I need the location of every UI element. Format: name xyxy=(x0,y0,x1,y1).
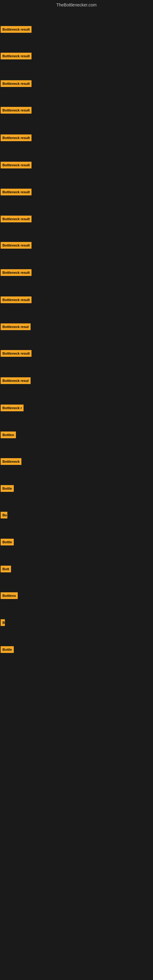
bottleneck-item: Bottleneck result xyxy=(1,26,32,33)
bottleneck-badge[interactable]: Bottleneck result xyxy=(1,350,32,357)
bottleneck-item: Bottleneck result xyxy=(1,216,32,222)
bottleneck-item: Bo xyxy=(1,512,7,519)
bottleneck-item: Bottle xyxy=(1,539,14,546)
bottleneck-item: Bottleneck result xyxy=(1,242,32,249)
bottleneck-item: Bott xyxy=(1,566,11,573)
bottleneck-badge[interactable]: Bottlen xyxy=(1,431,16,438)
bottleneck-badge[interactable]: Bottle xyxy=(1,539,14,546)
bottleneck-badge[interactable]: Bottleneck result xyxy=(1,296,32,303)
items-container: Bottleneck resultBottleneck resultBottle… xyxy=(0,9,153,980)
bottleneck-item: Bottlens xyxy=(1,592,18,599)
bottleneck-item: Bottleneck result xyxy=(1,296,32,303)
bottleneck-item: Bottleneck result xyxy=(1,350,32,357)
bottleneck-item: Bottleneck result xyxy=(1,269,32,276)
bottleneck-badge[interactable]: Bottleneck result xyxy=(1,52,32,59)
bottleneck-item: Bottle xyxy=(1,646,14,653)
bottleneck-badge[interactable]: Bottle xyxy=(1,646,14,653)
bottleneck-item: Bottleneck xyxy=(1,458,21,465)
site-header: TheBottlenecker.com xyxy=(0,0,153,9)
bottleneck-badge[interactable]: Bott xyxy=(1,566,11,573)
bottleneck-item: Bottleneck result xyxy=(1,134,32,141)
site-title: TheBottlenecker.com xyxy=(56,2,97,7)
bottleneck-badge[interactable]: Bottle xyxy=(1,485,14,492)
bottleneck-badge[interactable]: Bottleneck result xyxy=(1,216,32,222)
bottleneck-item: Bottle xyxy=(1,485,14,492)
bottleneck-badge[interactable]: Bottleneck result xyxy=(1,269,32,276)
bottleneck-item: Bottleneck resul xyxy=(1,377,30,384)
bottleneck-badge[interactable]: Bottlens xyxy=(1,592,18,599)
bottleneck-item: Bottleneck r xyxy=(1,404,24,411)
bottleneck-badge[interactable]: Bo xyxy=(1,512,7,519)
bottleneck-badge[interactable]: Bottleneck r xyxy=(1,404,24,411)
bottleneck-badge[interactable]: B xyxy=(1,619,5,626)
bottleneck-badge[interactable]: Bottleneck result xyxy=(1,162,32,169)
bottleneck-badge[interactable]: Bottleneck resul xyxy=(1,323,30,330)
bottleneck-badge[interactable]: Bottleneck result xyxy=(1,80,32,87)
bottleneck-badge[interactable]: Bottleneck result xyxy=(1,26,32,33)
bottleneck-item: Bottleneck result xyxy=(1,80,32,87)
bottleneck-badge[interactable]: Bottleneck result xyxy=(1,134,32,141)
bottleneck-badge[interactable]: Bottleneck result xyxy=(1,189,32,196)
bottleneck-badge[interactable]: Bottleneck result xyxy=(1,107,32,114)
bottleneck-badge[interactable]: Bottleneck resul xyxy=(1,377,30,384)
bottleneck-item: Bottlen xyxy=(1,431,16,438)
bottleneck-item: Bottleneck result xyxy=(1,162,32,169)
bottleneck-item: Bottleneck result xyxy=(1,107,32,114)
bottleneck-item: Bottleneck result xyxy=(1,52,32,59)
bottleneck-item: B xyxy=(1,619,5,626)
bottleneck-item: Bottleneck result xyxy=(1,189,32,196)
bottleneck-item: Bottleneck resul xyxy=(1,323,30,330)
bottleneck-badge[interactable]: Bottleneck xyxy=(1,458,21,465)
bottleneck-badge[interactable]: Bottleneck result xyxy=(1,242,32,249)
